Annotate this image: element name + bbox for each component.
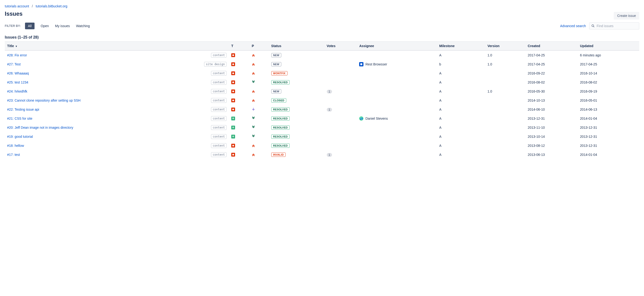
created-cell: 2013-06-13 — [526, 150, 578, 159]
created-cell: 2013-12-31 — [526, 114, 578, 123]
assignee-cell[interactable]: Rest Browsser — [359, 62, 434, 66]
component-tag[interactable]: content — [211, 134, 226, 139]
col-type[interactable]: T — [229, 42, 249, 51]
vote-count: 1 — [327, 90, 332, 93]
filter-my-issues[interactable]: My issues — [55, 24, 70, 28]
vote-count: 1 — [327, 153, 332, 157]
col-votes[interactable]: Votes — [324, 42, 357, 51]
component-tag[interactable]: site design — [204, 62, 226, 67]
col-version[interactable]: Version — [485, 42, 526, 51]
updated-cell: 2014-01-04 — [578, 114, 639, 123]
col-assignee[interactable]: Assignee — [357, 42, 437, 51]
status-badge: RESOLVED — [271, 116, 290, 121]
assignee-name: Rest Browsser — [365, 62, 387, 66]
issue-link[interactable]: #27: Test — [7, 62, 21, 66]
breadcrumb-repo[interactable]: tutorials.bitbucket.org — [36, 4, 68, 8]
component-tag[interactable]: content — [211, 107, 226, 112]
filter-bar: FILTER BY: AllOpenMy issuesWatching — [5, 22, 90, 29]
vote-count: 1 — [327, 108, 332, 112]
filter-all[interactable]: All — [25, 22, 34, 29]
issues-summary: Issues (1–25 of 28) — [5, 35, 639, 39]
table-row: #17: testcontentINVALID1A2013-06-132014-… — [5, 150, 639, 159]
milestone-cell: A — [437, 114, 485, 123]
component-tag[interactable]: content — [211, 80, 226, 85]
milestone-cell: b — [437, 60, 485, 69]
status-badge: INVALID — [271, 153, 286, 157]
avatar — [359, 62, 364, 66]
issue-link[interactable]: #18: hellow — [7, 144, 24, 148]
col-title[interactable]: Title▼ — [5, 42, 229, 51]
issue-link[interactable]: #22: Testing issue api — [7, 108, 39, 111]
component-tag[interactable]: content — [211, 98, 226, 103]
search-box[interactable] — [589, 22, 639, 29]
breadcrumb-account[interactable]: tutorials account — [5, 4, 29, 8]
issue-link[interactable]: #28: Fix error — [7, 53, 27, 57]
type-improvement-icon — [231, 135, 235, 138]
create-issue-button[interactable]: Create issue — [614, 12, 639, 19]
milestone-cell: A — [437, 87, 485, 96]
component-tag[interactable]: content — [211, 53, 226, 58]
issue-link[interactable]: #21: CSS for site — [7, 117, 32, 120]
type-bug-icon — [231, 62, 235, 66]
table-row: #19: good tutorialcontentRESOLVEDA2013-1… — [5, 132, 639, 141]
col-status[interactable]: Status — [269, 42, 324, 51]
updated-cell: 2016-09-19 — [578, 87, 639, 96]
milestone-cell: A — [437, 141, 485, 150]
table-row: #24: hrkedhfkcontentNEW1A1.02016-05-3020… — [5, 87, 639, 96]
svg-point-6 — [232, 82, 234, 83]
version-cell — [485, 78, 526, 87]
updated-cell: 2016-08-02 — [578, 78, 639, 87]
updated-cell: 2016-05-01 — [578, 96, 639, 105]
status-badge: RESOLVED — [271, 143, 290, 148]
milestone-cell: A — [437, 78, 485, 87]
filter-open[interactable]: Open — [41, 24, 49, 28]
col-milestone[interactable]: Milestone — [437, 42, 485, 51]
created-cell: 2013-08-12 — [526, 141, 578, 150]
component-tag[interactable]: content — [211, 116, 226, 121]
svg-point-5 — [232, 73, 234, 74]
svg-point-0 — [592, 25, 594, 27]
version-cell: 1.0 — [485, 60, 526, 69]
issue-link[interactable]: #26: Whaaaaq — [7, 71, 29, 75]
status-badge: CLOSED — [271, 98, 286, 103]
version-cell — [485, 150, 526, 159]
updated-cell: 2017-04-25 — [578, 60, 639, 69]
advanced-search-link[interactable]: Advanced search — [560, 24, 586, 28]
issue-link[interactable]: #20: Jeff Dean image not in images direc… — [7, 126, 73, 129]
svg-point-7 — [232, 91, 234, 92]
search-icon — [591, 24, 595, 27]
search-input[interactable] — [596, 24, 637, 28]
component-tag[interactable]: content — [211, 71, 226, 76]
issue-link[interactable]: #19: good tutorial — [7, 135, 33, 138]
component-tag[interactable]: content — [211, 125, 226, 130]
col-updated[interactable]: Updated — [578, 42, 639, 51]
updated-cell: 2013-12-31 — [578, 132, 639, 141]
milestone-cell: A — [437, 150, 485, 159]
sort-indicator-icon: ▼ — [15, 45, 18, 48]
component-tag[interactable]: content — [211, 143, 226, 148]
milestone-cell: A — [437, 69, 485, 78]
issue-link[interactable]: #24: hrkedhfk — [7, 89, 28, 93]
issue-link[interactable]: #17: test — [7, 153, 20, 157]
status-badge: RESOLVED — [271, 80, 290, 84]
milestone-cell: A — [437, 132, 485, 141]
component-tag[interactable]: content — [211, 152, 226, 157]
version-cell — [485, 105, 526, 114]
table-row: #28: Fix errorcontentNEWA1.02017-04-256 … — [5, 50, 639, 60]
breadcrumb-separator: / — [32, 4, 33, 8]
issue-link[interactable]: #23: Cannot clone repository after setti… — [7, 98, 80, 102]
table-row: #21: CSS for sitecontentRESOLVED🌎Daniel … — [5, 114, 639, 123]
status-badge: RESOLVED — [271, 134, 290, 139]
type-bug-icon — [231, 71, 235, 75]
table-row: #26: WhaaaaqcontentWONTFIXA2016-09-22201… — [5, 69, 639, 78]
component-tag[interactable]: content — [211, 89, 226, 94]
type-bug-icon — [231, 98, 235, 102]
version-cell — [485, 114, 526, 123]
issues-table: Title▼ T P Status Votes Assignee Milesto… — [5, 41, 639, 159]
assignee-cell[interactable]: 🌎Daniel Stevens — [359, 116, 434, 121]
filter-watching[interactable]: Watching — [76, 24, 90, 28]
milestone-cell: A — [437, 50, 485, 60]
col-priority[interactable]: P — [249, 42, 269, 51]
col-created[interactable]: Created — [526, 42, 578, 51]
issue-link[interactable]: #25: test 1234 — [7, 80, 28, 84]
